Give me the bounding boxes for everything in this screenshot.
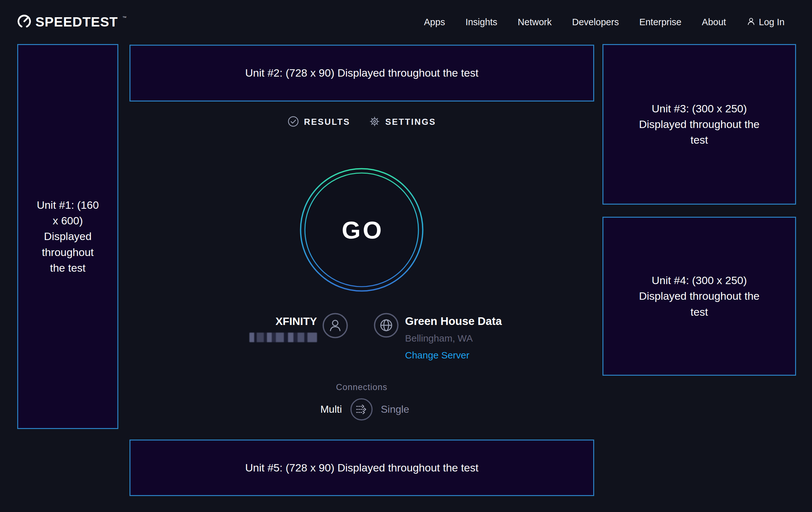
nav-menu: Apps Insights Network Developers Enterpr… bbox=[424, 17, 785, 27]
nav-item-enterprise[interactable]: Enterprise bbox=[639, 17, 681, 27]
gear-icon bbox=[369, 115, 380, 129]
brand-name: SPEEDTEST bbox=[35, 15, 118, 30]
connections-label: Connections bbox=[336, 382, 387, 392]
change-server-link[interactable]: Change Server bbox=[405, 350, 502, 361]
server-info: Green House Data Bellingham, WA Change S… bbox=[405, 315, 502, 361]
nav-item-developers[interactable]: Developers bbox=[572, 17, 619, 27]
globe-icon bbox=[374, 313, 399, 339]
check-circle-icon bbox=[287, 115, 299, 129]
isp-detail-masked-text bbox=[250, 332, 317, 342]
speedtest-logo[interactable]: SPEEDTEST ™ bbox=[17, 14, 126, 30]
nav-item-about[interactable]: About bbox=[702, 17, 726, 27]
nav-item-insights[interactable]: Insights bbox=[465, 17, 497, 27]
multi-arrows-icon bbox=[350, 398, 373, 421]
nav-item-network[interactable]: Network bbox=[518, 17, 551, 27]
ad-unit-5-text: Unit #5: (728 x 90) Displayed throughout… bbox=[245, 460, 478, 476]
top-navbar: SPEEDTEST ™ Apps Insights Network Develo… bbox=[0, 0, 812, 44]
person-icon bbox=[746, 17, 756, 27]
login-label: Log In bbox=[759, 17, 785, 27]
nav-item-apps[interactable]: Apps bbox=[424, 17, 445, 27]
ad-unit-1-text: Unit #1: (160 x 600) Displayed throughou… bbox=[35, 197, 100, 276]
login-button[interactable]: Log In bbox=[746, 17, 785, 27]
speedtest-page: SPEEDTEST ™ Apps Insights Network Develo… bbox=[0, 0, 812, 512]
connections-option-multi: Multi bbox=[320, 403, 342, 415]
tab-results[interactable]: RESULTS bbox=[287, 115, 350, 129]
isp-info: XFINITY bbox=[250, 315, 317, 342]
ad-unit-5: Unit #5: (728 x 90) Displayed throughout… bbox=[129, 439, 594, 496]
go-button-label: GO bbox=[299, 168, 424, 292]
connections-option-single: Single bbox=[381, 403, 409, 415]
server-location: Bellingham, WA bbox=[405, 333, 502, 344]
go-button[interactable]: GO bbox=[299, 168, 424, 292]
ad-unit-4-text: Unit #4: (300 x 250) Displayed throughou… bbox=[633, 273, 766, 320]
gauge-icon bbox=[17, 14, 32, 30]
server-name: Green House Data bbox=[405, 315, 502, 327]
tab-settings-label: SETTINGS bbox=[385, 117, 436, 127]
tab-settings[interactable]: SETTINGS bbox=[369, 115, 436, 129]
view-tabs: RESULTS SETTINGS bbox=[287, 115, 436, 129]
trademark-mark: ™ bbox=[122, 16, 126, 20]
isp-name: XFINITY bbox=[276, 315, 317, 327]
tab-results-label: RESULTS bbox=[304, 117, 350, 127]
ad-unit-2: Unit #2: (728 x 90) Displayed throughout… bbox=[129, 45, 594, 102]
ad-unit-3-text: Unit #3: (300 x 250) Displayed throughou… bbox=[633, 101, 766, 148]
ad-unit-4: Unit #4: (300 x 250) Displayed throughou… bbox=[603, 217, 796, 376]
ad-unit-3: Unit #3: (300 x 250) Displayed throughou… bbox=[603, 44, 796, 205]
person-circle-icon bbox=[322, 313, 348, 340]
ad-unit-2-text: Unit #2: (728 x 90) Displayed throughout… bbox=[245, 65, 478, 81]
ad-unit-1: Unit #1: (160 x 600) Displayed throughou… bbox=[17, 44, 118, 429]
connections-toggle[interactable] bbox=[350, 398, 373, 421]
